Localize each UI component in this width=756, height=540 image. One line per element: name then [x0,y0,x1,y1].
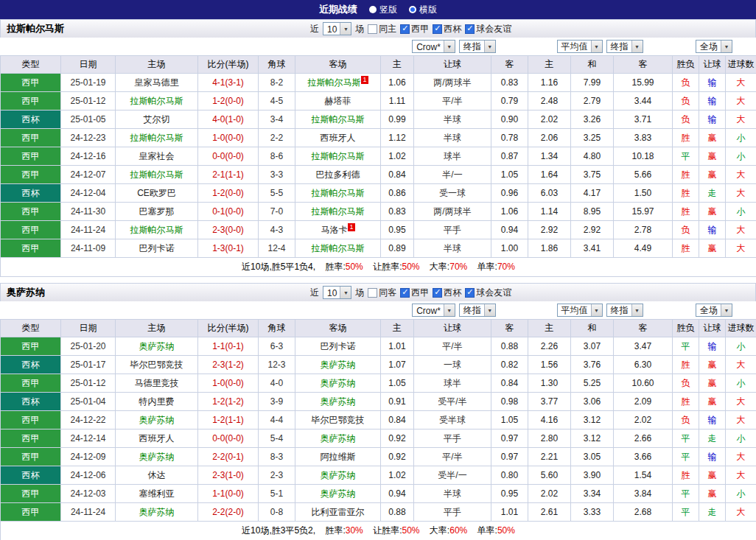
stat-value: 70% [449,262,467,272]
asian-odds-source-select[interactable]: Crow*▼ [412,304,455,317]
match-date: 25-01-05 [61,111,116,129]
league-badge: 西甲 [1,166,61,184]
home-team: 西班牙人 [116,429,198,448]
score: 0-1(0-0) [198,203,259,221]
asian-handicap: 受一球 [414,184,491,203]
asian-odds-source-select[interactable]: Crow*▼ [412,40,455,53]
scope-controls: 全场▼ [672,40,756,53]
score: 1-1(0-0) [198,485,259,503]
euro-away-odds: 2.09 [614,393,673,411]
league-badge: 西杯 [1,356,61,374]
euro-away-odds: 3.84 [614,485,673,503]
match-date: 25-01-12 [61,92,116,111]
team-name: CE欧罗巴 [137,188,176,198]
goals-result: 大 [726,184,756,203]
checkbox-icon [433,24,442,34]
team-name: 拉斯帕尔马斯 [312,151,365,161]
chevron-down-icon: ▼ [340,287,351,298]
euro-draw-odds: 8.95 [571,203,614,221]
team-name: 巴拉多利德 [316,169,360,180]
corners: 6-3 [259,337,295,356]
asian-odds-time-select[interactable]: 终指▼ [459,304,496,317]
euro-odds-source-select[interactable]: 平均值▼ [557,304,603,317]
match-date: 24-12-03 [61,485,116,503]
goals-result: 大 [726,393,756,411]
euro-odds-time-select[interactable]: 终指▼ [606,40,643,53]
team-name: 奥萨苏纳 [321,378,356,388]
summary-stat: 大率:70% [430,262,467,272]
goals-result: 大 [726,239,756,258]
stat-label: 胜率: [325,262,345,272]
stat-value: 50% [497,525,515,536]
home-team: 奥萨苏纳 [116,337,198,356]
corners: 5-5 [259,184,295,203]
match-date: 24-11-24 [61,221,116,239]
handicap-result: 走 [699,503,726,522]
home-team: 拉斯帕尔马斯 [116,129,198,147]
summary-record: 近10场,胜3平5负2, [242,525,315,536]
goals-result: 大 [726,74,756,92]
filter-club-friendly[interactable]: 球会友谊 [465,287,511,299]
team-name: 奥萨苏纳 [321,470,356,480]
column-headers: 类型 日期 主场 比分(半场) 角球 客场 主 让球 客 主 和 客 胜负 让球… [1,320,756,337]
radio-vertical-layout[interactable]: 竖版 [369,4,397,16]
league-badge: 西甲 [1,221,61,239]
asian-home-odds: 0.92 [381,429,414,448]
stat-label: 胜率: [325,525,345,536]
match-date: 25-01-12 [61,374,116,393]
handicap-result: 赢 [699,466,726,485]
col-eu-home: 主 [528,56,571,74]
euro-home-odds: 1.16 [528,74,571,92]
asian-odds-time-select[interactable]: 终指▼ [459,40,496,53]
match-result: 平 [673,485,699,503]
asian-home-odds: 0.91 [381,393,414,411]
filter-same-away[interactable]: 同客 [368,287,396,299]
col-goals: 进球数 [726,56,756,74]
home-team: 皇家马德里 [116,74,198,92]
filter-same-home[interactable]: 同主 [368,23,396,35]
match-rows: 西甲25-01-20奥萨苏纳1-1(0-1)6-3巴列卡诺1.01平/半0.88… [1,337,756,522]
away-team: 奥萨苏纳 [295,429,381,448]
asian-home-odds: 0.84 [381,411,414,429]
asian-away-odds: 0.90 [491,111,528,129]
euro-draw-odds: 3.05 [571,448,614,466]
team-name: 巴塞罗那 [139,206,175,217]
filter-club-friendly[interactable]: 球会友谊 [465,23,511,35]
home-team: 巴塞罗那 [116,203,198,221]
team-name: 奥萨苏纳 [321,488,356,499]
asian-away-odds: 0.80 [491,466,528,485]
league-badge: 西甲 [1,147,61,166]
scope-select[interactable]: 全场▼ [696,304,732,317]
asian-handicap: 平/半 [414,92,491,111]
section-las-palmas: 拉斯帕尔马斯 近 10▼ 场 同主 西甲 西杯 球会友谊 Crow*▼ 终指▼ … [0,19,756,277]
goals-result: 大 [726,166,756,184]
filter-league-copa[interactable]: 西杯 [433,287,461,299]
corners: 4-0 [259,374,295,393]
checkbox-icon [400,288,410,298]
results-table: 类型 日期 主场 比分(半场) 角球 客场 主 让球 客 主 和 客 胜负 让球… [0,319,756,540]
col-handicap: 让球 [414,320,491,337]
radio-icon [369,6,377,13]
asian-handicap: 球半 [414,147,491,166]
filter-league-copa[interactable]: 西杯 [433,23,461,35]
recent-count-select[interactable]: 10▼ [323,22,351,35]
euro-draw-odds: 3.26 [571,111,614,129]
league-badge: 西杯 [1,184,61,203]
asian-away-odds: 1.00 [491,239,528,258]
home-team: 拉斯帕尔马斯 [116,221,198,239]
euro-odds-time-select[interactable]: 终指▼ [606,304,643,317]
filter-league-liga[interactable]: 西甲 [400,287,429,299]
recent-count-select[interactable]: 10▼ [323,286,351,299]
euro-odds-source-select[interactable]: 平均值▼ [557,40,603,53]
team-name: 拉斯帕尔马斯 [312,114,365,125]
radio-horizontal-layout[interactable]: 横版 [409,4,437,16]
asian-home-odds: 0.95 [381,221,414,239]
handicap-result: 输 [699,74,726,92]
scope-select[interactable]: 全场▼ [696,40,732,53]
col-eu-draw: 和 [571,320,614,337]
match-row: 西甲25-01-19皇家马德里4-1(3-1)8-2拉斯帕尔马斯11.06两/两… [1,74,756,92]
handicap-result: 赢 [699,129,726,147]
euro-odds-controls: 平均值▼ 终指▼ [528,40,672,53]
league-badge: 西甲 [1,74,61,92]
filter-league-liga[interactable]: 西甲 [400,23,429,35]
